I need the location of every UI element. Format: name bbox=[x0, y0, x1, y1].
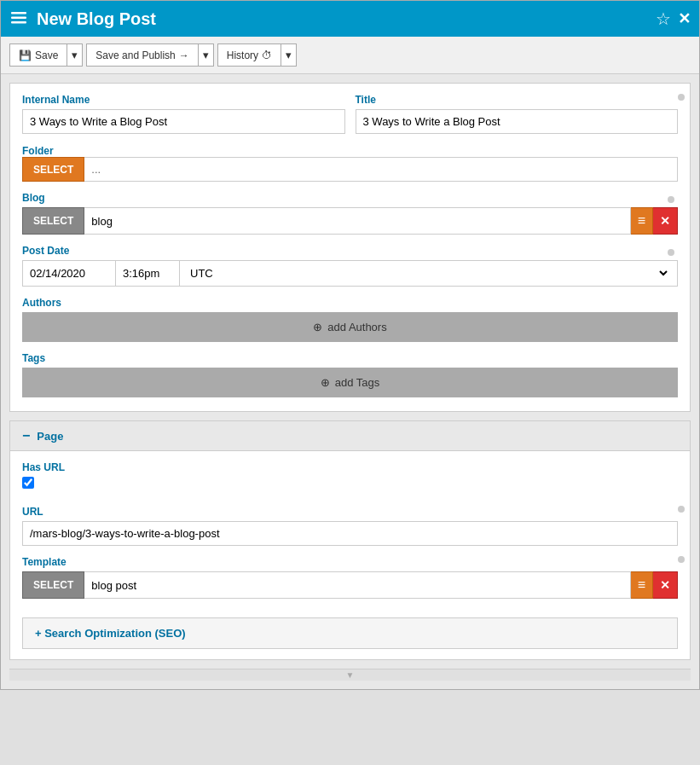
template-list-button[interactable]: ≡ bbox=[631, 571, 653, 599]
title-group: Title bbox=[356, 94, 679, 134]
add-tags-button[interactable]: ⊕ add Tags bbox=[22, 368, 678, 397]
template-group: Template SELECT ≡ ✕ bbox=[22, 556, 678, 599]
template-list-icon: ≡ bbox=[638, 577, 645, 593]
window-title: New Blog Post bbox=[37, 9, 656, 29]
has-url-checkbox-group bbox=[22, 477, 678, 489]
title-input[interactable] bbox=[356, 109, 679, 134]
template-field-indicator bbox=[678, 556, 685, 563]
main-info-body: Internal Name Title Folder SELECT bbox=[10, 84, 690, 411]
save-and-publish-button[interactable]: Save and Publish → bbox=[86, 43, 198, 67]
history-button[interactable]: History ⏱ bbox=[217, 43, 281, 67]
authors-group: Authors ⊕ add Authors bbox=[22, 297, 678, 342]
url-label: URL bbox=[22, 506, 678, 518]
seo-label: + Search Optimization (SEO) bbox=[35, 627, 186, 640]
folder-input[interactable] bbox=[84, 157, 678, 182]
history-button-group: History ⏱ ▾ bbox=[217, 43, 297, 67]
post-date-time-input[interactable] bbox=[116, 260, 180, 287]
save-publish-dropdown-button[interactable]: ▾ bbox=[199, 43, 214, 67]
tags-group: Tags ⊕ add Tags bbox=[22, 352, 678, 397]
post-date-field-indicator bbox=[668, 249, 674, 256]
add-authors-button[interactable]: ⊕ add Authors bbox=[22, 312, 678, 342]
svg-rect-0 bbox=[11, 12, 26, 14]
save-button[interactable]: 💾 Save bbox=[9, 43, 67, 67]
arrow-icon: → bbox=[179, 49, 189, 61]
has-url-group: Has URL bbox=[22, 461, 678, 497]
template-select-button[interactable]: SELECT bbox=[22, 571, 84, 599]
internal-name-group: Internal Name bbox=[22, 94, 345, 134]
blog-list-button[interactable]: ≡ bbox=[631, 207, 653, 235]
add-tags-icon: ⊕ bbox=[321, 376, 330, 389]
authors-label: Authors bbox=[22, 297, 678, 309]
title-bar-actions: ☆ ✕ bbox=[656, 9, 691, 29]
template-select-group: SELECT ≡ ✕ bbox=[22, 571, 678, 599]
post-date-tz-wrapper: UTC bbox=[180, 260, 678, 287]
content-area: Internal Name Title Folder SELECT bbox=[1, 74, 699, 689]
history-dropdown-button[interactable]: ▾ bbox=[281, 43, 297, 67]
toolbar: 💾 Save ▾ Save and Publish → ▾ History ⏱ … bbox=[1, 37, 699, 74]
page-section-body: Has URL URL Template SELECT bbox=[10, 451, 690, 609]
folder-group: Folder SELECT bbox=[22, 144, 678, 182]
post-date-label: Post Date bbox=[22, 245, 69, 257]
collapse-icon: − bbox=[22, 428, 30, 443]
title-label: Title bbox=[356, 94, 679, 106]
folder-label: Folder bbox=[22, 145, 54, 157]
main-info-panel: Internal Name Title Folder SELECT bbox=[9, 83, 691, 412]
svg-rect-2 bbox=[11, 21, 26, 24]
name-title-row: Internal Name Title bbox=[22, 94, 678, 134]
post-date-date-input[interactable] bbox=[22, 260, 116, 287]
scroll-bottom-indicator: ▼ bbox=[9, 669, 691, 681]
blog-label: Blog bbox=[22, 192, 45, 204]
save-button-group: 💾 Save ▾ bbox=[9, 43, 83, 67]
template-clear-button[interactable]: ✕ bbox=[653, 571, 678, 599]
blog-select-button[interactable]: SELECT bbox=[22, 207, 84, 235]
template-label: Template bbox=[22, 556, 678, 568]
svg-rect-1 bbox=[11, 16, 26, 19]
blog-group: Blog SELECT ≡ ✕ bbox=[22, 192, 678, 235]
list-icon: ≡ bbox=[638, 213, 645, 229]
folder-select-group: SELECT bbox=[22, 157, 678, 182]
save-publish-button-group: Save and Publish → ▾ bbox=[86, 43, 213, 67]
internal-name-label: Internal Name bbox=[22, 94, 345, 106]
seo-section[interactable]: + Search Optimization (SEO) bbox=[22, 617, 678, 649]
url-field-indicator bbox=[678, 506, 685, 513]
blog-field-indicator bbox=[668, 196, 674, 203]
title-field-indicator bbox=[678, 94, 685, 101]
page-section-title: Page bbox=[37, 430, 63, 443]
title-bar: New Blog Post ☆ ✕ bbox=[1, 1, 699, 37]
main-window: New Blog Post ☆ ✕ 💾 Save ▾ Save and Publ… bbox=[0, 0, 700, 690]
url-group: URL bbox=[22, 506, 678, 546]
window-menu-icon[interactable] bbox=[9, 9, 28, 30]
blog-select-group: SELECT ≡ ✕ bbox=[22, 207, 678, 235]
blog-action-buttons: ≡ ✕ bbox=[631, 207, 678, 235]
add-authors-icon: ⊕ bbox=[313, 321, 322, 333]
has-url-checkbox[interactable] bbox=[22, 477, 34, 489]
page-section-header[interactable]: − Page bbox=[10, 421, 690, 451]
page-section-panel: − Page Has URL URL bbox=[9, 420, 691, 660]
clock-icon: ⏱ bbox=[262, 49, 272, 61]
tags-label: Tags bbox=[22, 352, 678, 364]
folder-select-button[interactable]: SELECT bbox=[22, 157, 84, 182]
save-dropdown-button[interactable]: ▾ bbox=[67, 43, 83, 67]
close-icon[interactable]: ✕ bbox=[678, 9, 691, 28]
save-icon: 💾 bbox=[19, 49, 32, 61]
post-date-group: Post Date UTC bbox=[22, 245, 678, 287]
url-input[interactable] bbox=[22, 521, 678, 546]
x-icon: ✕ bbox=[660, 214, 670, 228]
template-input[interactable] bbox=[84, 571, 630, 599]
template-action-buttons: ≡ ✕ bbox=[631, 571, 678, 599]
blog-input[interactable] bbox=[84, 207, 630, 235]
post-date-tz-select[interactable]: UTC bbox=[187, 266, 670, 281]
post-date-inputs: UTC bbox=[22, 260, 678, 287]
internal-name-input[interactable] bbox=[22, 109, 345, 134]
template-x-icon: ✕ bbox=[660, 578, 670, 592]
blog-clear-button[interactable]: ✕ bbox=[653, 207, 678, 235]
has-url-label: Has URL bbox=[22, 461, 678, 473]
favorite-icon[interactable]: ☆ bbox=[656, 9, 671, 29]
